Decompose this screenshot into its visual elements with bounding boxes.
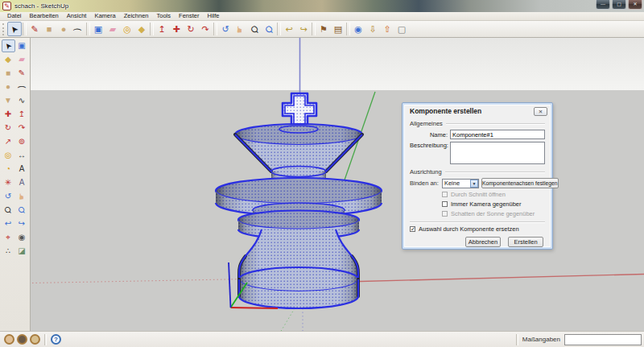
menu-item-zeichnen[interactable]: Zeichnen (120, 12, 153, 20)
maximize-button[interactable]: ▢ (612, 0, 626, 10)
toolbar-separator (86, 23, 90, 35)
claim-credit-icon[interactable] (17, 334, 27, 345)
look-around-tool-icon[interactable]: ◉ (15, 231, 29, 244)
3d-text-tool-icon[interactable]: A (15, 176, 29, 189)
next-view-tool-icon[interactable]: ↪ (15, 217, 29, 230)
zoom-extents-tool-icon[interactable]: Ϙ (262, 22, 276, 36)
rotate-tool-icon[interactable]: ↻ (184, 22, 198, 36)
add-location-tool-icon[interactable]: ⚑ (316, 22, 331, 36)
walk-tool-icon[interactable]: ∴ (2, 245, 15, 258)
circle-tool-icon[interactable]: ● (2, 81, 15, 93)
menu-item-fenster[interactable]: Fenster (175, 12, 203, 20)
previous-view-tool-icon[interactable]: ↩ (2, 217, 15, 230)
scale-tool-icon[interactable]: ↗ (2, 135, 15, 148)
general-group-label: Allgemeines (410, 120, 443, 127)
title-bar: ✎ schach - SketchUp — ▢ ✕ (0, 0, 644, 12)
rectangle-tool-icon[interactable]: ■ (2, 67, 15, 80)
component-axis-red (231, 308, 279, 308)
dropdown-arrow-icon[interactable]: ▼ (470, 180, 478, 188)
section-plane-tool-icon[interactable]: ◪ (15, 245, 29, 258)
cut-opening-checkbox[interactable] (442, 192, 448, 197)
shadows-face-sun-label: Schatten der Sonne gegenüber (451, 210, 535, 217)
glue-to-dropdown[interactable]: Keine ▼ (442, 179, 479, 188)
cancel-button[interactable]: Abbrechen (465, 237, 501, 247)
rotate-tool-icon[interactable]: ↻ (2, 122, 15, 134)
get-models-tool-icon[interactable]: ⇩ (365, 22, 380, 36)
pan-tool-icon[interactable]: ☛ (15, 190, 29, 203)
menu-item-bearbeiten[interactable]: Bearbeiten (26, 12, 63, 20)
move-tool-icon[interactable]: ✚ (2, 108, 15, 121)
move-tool-icon[interactable]: ✚ (169, 22, 184, 36)
select-tool-icon[interactable]: ➤ (7, 22, 22, 36)
main-toolbar: ➤✎■●(▣▰◎◆↥✚↻↷↺☛ϘϘ↩↪⚑▤◉⇩⇧▢ (0, 21, 644, 38)
minimize-button[interactable]: — (596, 0, 610, 10)
orbit-tool-icon[interactable]: ↺ (218, 22, 233, 36)
text-tool-icon[interactable]: A (15, 163, 29, 176)
next-view-tool-icon[interactable]: ↪ (296, 22, 311, 36)
component-name-input[interactable] (450, 130, 545, 139)
protractor-tool-icon[interactable]: ◔ (2, 163, 15, 176)
make-component-tool-icon[interactable]: ▣ (15, 39, 29, 52)
face-camera-checkbox[interactable] (442, 201, 448, 207)
axes-tool-icon[interactable]: ✳ (2, 176, 15, 189)
dialog-close-button[interactable]: ✕ (534, 107, 547, 116)
pan-tool-icon[interactable]: ☛ (233, 22, 247, 36)
toolbar-drag-handle[interactable] (2, 23, 6, 35)
sketchup-app-icon: ✎ (2, 2, 11, 10)
zoom-tool-icon[interactable]: Ϙ (247, 22, 262, 36)
polygon-tool-icon[interactable]: ▼ (2, 94, 15, 107)
menu-item-datei[interactable]: Datei (3, 12, 26, 20)
arc-tool-icon[interactable]: ( (15, 81, 29, 93)
signin-icon[interactable] (30, 334, 40, 345)
toolbar-separator (150, 23, 154, 35)
line-tool-icon[interactable]: ✎ (15, 67, 29, 80)
warehouse-tool-icon[interactable]: ▢ (394, 22, 409, 36)
create-button[interactable]: Erstellen (508, 237, 543, 247)
arc-tool-icon[interactable]: ( (71, 22, 85, 36)
help-icon[interactable]: ? (51, 334, 61, 345)
zoom-tool-icon[interactable]: Ϙ (2, 204, 15, 217)
push-pull-tool-icon[interactable]: ↥ (155, 22, 169, 36)
menu-bar: DateiBearbeitenAnsichtKameraZeichnenTool… (0, 12, 644, 21)
orbit-tool-icon[interactable]: ↺ (2, 190, 15, 203)
freehand-tool-icon[interactable]: ∿ (15, 94, 29, 107)
replace-selection-label: Auswahl durch Komponente ersetzen (419, 225, 519, 233)
make-component-tool-icon[interactable]: ▣ (91, 22, 105, 36)
menu-item-hilfe[interactable]: Hilfe (203, 12, 223, 20)
paint-bucket-tool-icon[interactable]: ◆ (2, 53, 15, 66)
toolbar-separator (23, 23, 27, 35)
share-model-tool-icon[interactable]: ⇧ (380, 22, 394, 36)
shadows-face-sun-checkbox[interactable] (442, 211, 448, 217)
menu-item-ansicht[interactable]: Ansicht (63, 12, 91, 20)
eraser-tool-icon[interactable]: ▰ (105, 22, 120, 36)
previous-view-tool-icon[interactable]: ↩ (282, 22, 296, 36)
rectangle-tool-icon[interactable]: ■ (42, 22, 56, 36)
toolbar-separator (346, 23, 350, 35)
paint-bucket-tool-icon[interactable]: ◆ (134, 22, 149, 36)
tape-measure-tool-icon[interactable]: ◎ (2, 149, 15, 162)
replace-selection-checkbox[interactable]: ✓ (410, 226, 415, 232)
position-camera-tool-icon[interactable]: ⌖ (2, 231, 15, 244)
line-tool-icon[interactable]: ✎ (27, 22, 42, 36)
measurements-input[interactable] (564, 334, 642, 345)
zoom-extents-tool-icon[interactable]: Ϙ (15, 204, 29, 217)
follow-me-tool-icon[interactable]: ↷ (198, 22, 213, 36)
tape-measure-tool-icon[interactable]: ◎ (120, 22, 134, 36)
offset-tool-icon[interactable]: ⊚ (15, 135, 29, 148)
close-button[interactable]: ✕ (628, 0, 642, 10)
push-pull-tool-icon[interactable]: ↥ (15, 108, 29, 121)
follow-me-tool-icon[interactable]: ↷ (15, 122, 29, 134)
toggle-terrain-tool-icon[interactable]: ▤ (331, 22, 345, 36)
component-description-input[interactable] (450, 142, 545, 164)
toolbar-separator (312, 23, 316, 35)
menu-item-kamera[interactable]: Kamera (90, 12, 119, 20)
geolocation-icon[interactable] (4, 334, 14, 345)
select-tool-icon[interactable]: ➤ (2, 39, 15, 52)
face-camera-label: Immer Kamera gegenüber (451, 200, 522, 208)
menu-item-tools[interactable]: Tools (153, 12, 175, 20)
google-earth-tool-icon[interactable]: ◉ (351, 22, 365, 36)
dimension-tool-icon[interactable]: ↔ (15, 149, 29, 162)
eraser-tool-icon[interactable]: ▰ (15, 53, 29, 66)
set-component-axes-button[interactable]: Komponentenachsen festlegen (481, 178, 559, 188)
circle-tool-icon[interactable]: ● (56, 22, 71, 36)
